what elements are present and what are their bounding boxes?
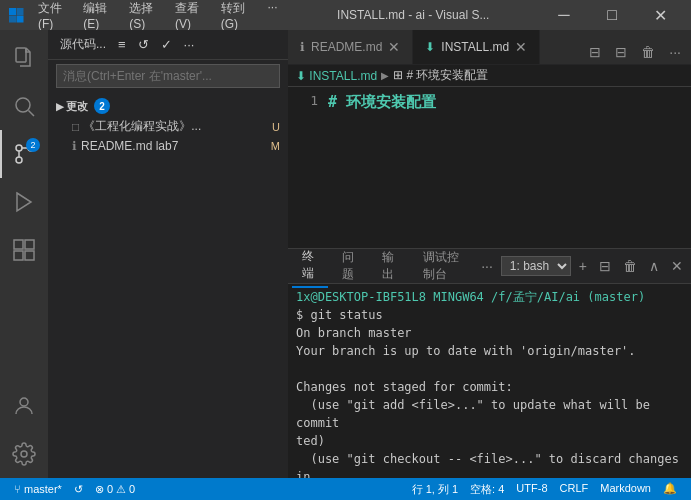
sidebar-source-label: 源代码... bbox=[56, 34, 110, 55]
terminal-shell-select[interactable]: 1: bash bbox=[501, 256, 571, 276]
svg-rect-11 bbox=[14, 240, 23, 249]
terminal-line: Changes not staged for commit: bbox=[296, 378, 683, 396]
minimize-button[interactable]: ─ bbox=[541, 0, 587, 30]
tab-install[interactable]: ⬇ INSTALL.md ✕ bbox=[413, 30, 540, 64]
tab-bar: ℹ README.md ✕ ⬇ INSTALL.md ✕ ⊟ ⊟ 🗑 ··· bbox=[288, 30, 691, 65]
svg-line-6 bbox=[29, 111, 35, 117]
svg-rect-4 bbox=[16, 48, 26, 62]
change-status-badge: U bbox=[272, 121, 280, 133]
status-right: 行 1, 列 1 空格: 4 UTF-8 CRLF Markdown 🔔 bbox=[406, 482, 683, 497]
terminal-line: 1x@DESKTOP-IBF51L8 MINGW64 /f/孟宁/AI/ai (… bbox=[296, 288, 683, 306]
svg-point-15 bbox=[20, 398, 28, 406]
close-button[interactable]: ✕ bbox=[637, 0, 683, 30]
readme-tab-close[interactable]: ✕ bbox=[388, 39, 400, 55]
editor-content[interactable]: 1 # 环境安装配置 bbox=[288, 87, 691, 248]
menu-view[interactable]: 查看(V) bbox=[167, 0, 211, 33]
errors-status[interactable]: ⊗ 0 ⚠ 0 bbox=[89, 478, 141, 500]
more-actions-icon[interactable]: ··· bbox=[663, 40, 687, 64]
activity-source-control[interactable]: 2 bbox=[0, 130, 48, 178]
terminal-tab[interactable]: 终端 bbox=[292, 244, 328, 288]
activity-bar: 2 bbox=[0, 30, 48, 478]
change-filename: README.md lab7 bbox=[81, 139, 178, 153]
error-count: 0 bbox=[107, 483, 113, 495]
error-icon: ⊗ bbox=[95, 483, 104, 496]
terminal-actions: ··· 1: bash + ⊟ 🗑 ∧ ✕ bbox=[477, 256, 687, 276]
terminal-more[interactable]: ··· bbox=[477, 256, 497, 276]
line-content-1[interactable]: # 环境安装配置 bbox=[328, 91, 691, 114]
window-controls: ─ □ ✕ bbox=[541, 0, 683, 30]
breadcrumb-file[interactable]: ⬇ INSTALL.md bbox=[296, 69, 377, 83]
svg-point-5 bbox=[16, 98, 30, 112]
tab-readme[interactable]: ℹ README.md ✕ bbox=[288, 30, 413, 64]
changes-section: ▶ 更改 2 □ 《工程化编程实战》... U ℹ README.md lab7… bbox=[48, 92, 288, 159]
activity-settings[interactable] bbox=[0, 430, 48, 478]
position-status[interactable]: 行 1, 列 1 bbox=[406, 482, 464, 497]
install-tab-close[interactable]: ✕ bbox=[515, 39, 527, 55]
menu-select[interactable]: 选择(S) bbox=[121, 0, 165, 33]
activity-account[interactable] bbox=[0, 382, 48, 430]
svg-rect-3 bbox=[17, 16, 24, 23]
terminal-content[interactable]: 1x@DESKTOP-IBF51L8 MINGW64 /f/孟宁/AI/ai (… bbox=[288, 284, 691, 478]
svg-rect-0 bbox=[9, 8, 16, 15]
sidebar-menu-icon[interactable]: ≡ bbox=[114, 35, 130, 54]
spaces-status[interactable]: 空格: 4 bbox=[464, 482, 510, 497]
svg-rect-13 bbox=[14, 251, 23, 260]
main-layout: 2 bbox=[0, 30, 691, 478]
commit-message-input[interactable] bbox=[56, 64, 280, 88]
terminal-trash-icon[interactable]: 🗑 bbox=[619, 256, 641, 276]
install-tab-icon: ⬇ bbox=[425, 40, 435, 54]
menu-more[interactable]: ··· bbox=[260, 0, 286, 33]
language-status[interactable]: Markdown bbox=[594, 482, 657, 494]
terminal-split-icon[interactable]: ⊟ bbox=[595, 256, 615, 276]
svg-rect-14 bbox=[25, 251, 34, 260]
commit-message-area[interactable] bbox=[48, 60, 288, 92]
output-tab[interactable]: 输出 bbox=[372, 245, 408, 287]
menu-edit[interactable]: 编辑(E) bbox=[75, 0, 119, 33]
list-item[interactable]: □ 《工程化编程实战》... U bbox=[64, 116, 288, 137]
readme-tab-label: README.md bbox=[311, 40, 382, 54]
source-control-badge: 2 bbox=[26, 138, 40, 152]
problems-tab[interactable]: 问题 bbox=[332, 245, 368, 287]
terminal-close-icon[interactable]: ✕ bbox=[667, 256, 687, 276]
sync-status[interactable]: ↺ bbox=[68, 478, 89, 500]
warning-count: 0 bbox=[129, 483, 135, 495]
terminal-line: $ git status bbox=[296, 306, 683, 324]
encoding-status[interactable]: UTF-8 bbox=[510, 482, 553, 494]
breadcrumb-symbol[interactable]: ⊞ # 环境安装配置 bbox=[393, 67, 488, 84]
svg-point-16 bbox=[21, 451, 27, 457]
terminal-add-icon[interactable]: + bbox=[575, 256, 591, 276]
terminal-tab-bar: 终端 问题 输出 调试控制台 ··· 1: bash + ⊟ 🗑 ∧ ✕ bbox=[288, 249, 691, 284]
notification-bell[interactable]: 🔔 bbox=[657, 482, 683, 495]
branch-status[interactable]: ⑂ master* bbox=[8, 478, 68, 500]
menu-goto[interactable]: 转到(G) bbox=[213, 0, 258, 33]
readme-tab-icon: ℹ bbox=[300, 40, 305, 54]
delete-icon[interactable]: 🗑 bbox=[635, 40, 661, 64]
split-editor-icon2[interactable]: ⊟ bbox=[609, 40, 633, 64]
sidebar-commit-icon[interactable]: ✓ bbox=[157, 35, 176, 54]
changes-header[interactable]: ▶ 更改 2 bbox=[48, 96, 288, 116]
svg-marker-10 bbox=[17, 193, 31, 211]
debug-console-tab[interactable]: 调试控制台 bbox=[413, 245, 474, 287]
activity-explorer[interactable] bbox=[0, 34, 48, 82]
split-editor-icon[interactable]: ⊟ bbox=[583, 40, 607, 64]
svg-rect-12 bbox=[25, 240, 34, 249]
line-ending-status[interactable]: CRLF bbox=[554, 482, 595, 494]
terminal-collapse-icon[interactable]: ∧ bbox=[645, 256, 663, 276]
window-title: INSTALL.md - ai - Visual S... bbox=[286, 8, 542, 22]
maximize-button[interactable]: □ bbox=[589, 0, 635, 30]
activity-run[interactable] bbox=[0, 178, 48, 226]
sidebar-toolbar: 源代码... ≡ ↺ ✓ ··· bbox=[48, 30, 288, 60]
activity-extensions[interactable] bbox=[0, 226, 48, 274]
changes-label: 更改 bbox=[66, 99, 88, 114]
list-item[interactable]: ℹ README.md lab7 M bbox=[64, 137, 288, 155]
activity-search[interactable] bbox=[0, 82, 48, 130]
svg-rect-2 bbox=[9, 16, 16, 23]
sync-icon: ↺ bbox=[74, 483, 83, 496]
sidebar: 源代码... ≡ ↺ ✓ ··· ▶ 更改 2 □ 《工程化编程实战》... U bbox=[48, 30, 288, 478]
sidebar-refresh-icon[interactable]: ↺ bbox=[134, 35, 153, 54]
file-icon: □ bbox=[72, 120, 79, 134]
menu-file[interactable]: 文件(F) bbox=[30, 0, 73, 33]
sidebar-more-icon[interactable]: ··· bbox=[180, 35, 199, 54]
install-tab-label: INSTALL.md bbox=[441, 40, 509, 54]
warning-icon: ⚠ bbox=[116, 483, 126, 496]
